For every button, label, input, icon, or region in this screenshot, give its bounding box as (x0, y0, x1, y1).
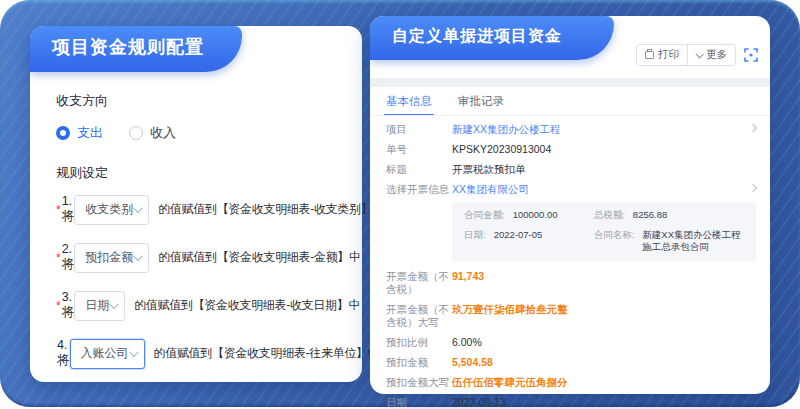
rule-select-3[interactable]: 日期 (74, 291, 125, 321)
print-button[interactable]: 打印 (637, 45, 687, 65)
radio-unselected-icon[interactable] (129, 126, 143, 140)
contract-box-label: 合同金额: (464, 209, 505, 221)
tab-divider (370, 115, 770, 116)
tab-bar: 基本信息 审批记录 (386, 94, 504, 116)
rule-number: 4. 将 (57, 338, 70, 369)
field-value: KPSKY20230913004 (452, 142, 756, 156)
toolbar-button-group: 打印 更多 (636, 44, 736, 66)
invoice-amount-caps-value: 玖万壹仟柒佰肆拾叁元整 (452, 302, 756, 316)
field-row-invoice-info: 选择开票信息 XX集团有限公司 (386, 182, 756, 196)
document-toolbar: 打印 更多 (636, 44, 758, 66)
radio-income[interactable]: 收入 (129, 124, 176, 142)
contract-box-value: 2022-07-05 (494, 229, 543, 253)
contract-name: 合同名称: 新建XX集团办公楼工程施工总承包合同 (594, 229, 746, 253)
date-value: 2023-09-13 (452, 395, 756, 409)
rule-suffix: 的值赋值到【资金收支明细表-往来单位】中 (154, 345, 380, 362)
header-divider-strip (370, 78, 770, 87)
more-button-label: 更多 (706, 48, 727, 62)
rule-row-1: * 1. 将 收支类别 的值赋值到【资金收支明细表-收支类别】中 (56, 194, 348, 225)
rule-number: 3. 将 (62, 290, 75, 321)
field-row-invoice-amount: 开票金额（不含税） 91,743 (386, 269, 756, 296)
chevron-down-icon (133, 203, 143, 213)
project-link[interactable]: 新建XX集团办公楼工程 (452, 122, 756, 136)
print-button-label: 打印 (658, 48, 679, 62)
field-label: 选择开票信息 (386, 182, 452, 196)
rule-number: 2. 将 (62, 242, 75, 273)
radio-expense[interactable]: 支出 (56, 124, 103, 142)
field-label: 预扣金额大写 (386, 375, 452, 389)
contract-box-label: 日期: (464, 229, 486, 253)
invoice-amount-value: 91,743 (452, 269, 756, 283)
direction-label: 收支方向 (56, 92, 348, 110)
chevron-down-icon (695, 50, 703, 58)
contract-box-value: 8256.88 (633, 209, 667, 221)
contract-box-label: 总税额: (594, 209, 625, 221)
contract-box-value: 新建XX集团办公楼工程施工总承包合同 (642, 229, 746, 253)
document-detail-panel: 自定义单据进项目资金 打印 更多 基本信息 审批记录 项目 新建XX集 (370, 16, 770, 394)
rule-select-1[interactable]: 收支类别 (74, 195, 149, 225)
rule-config-panel: 项目资金规则配置 收支方向 支出 收入 规则设定 * 1. 将 收支类别 的值赋… (30, 26, 362, 382)
field-row-withhold-ratio: 预扣比例 6.00% (386, 335, 756, 349)
field-label: 预扣比例 (386, 335, 452, 349)
rule-config-title: 项目资金规则配置 (30, 26, 242, 72)
radio-selected-icon[interactable] (56, 126, 70, 140)
field-label: 单号 (386, 142, 452, 156)
tab-approval-record[interactable]: 审批记录 (458, 94, 504, 116)
field-row-project: 项目 新建XX集团办公楼工程 (386, 122, 756, 136)
field-row-invoice-amount-caps: 开票金额（不含税）大写 玖万壹仟柒佰肆拾叁元整 (386, 302, 756, 329)
rule-select-4[interactable]: 入账公司 (70, 339, 145, 369)
field-row-doc-number: 单号 KPSKY20230913004 (386, 142, 756, 156)
field-label: 标题 (386, 162, 452, 176)
print-icon (645, 51, 654, 59)
chevron-down-icon (128, 347, 138, 357)
rules-label: 规则设定 (56, 164, 348, 182)
document-title: 自定义单据进项目资金 (370, 16, 614, 60)
tab-basic-info[interactable]: 基本信息 (386, 94, 432, 116)
rule-suffix: 的值赋值到【资金收支明细表-金额】中 (158, 249, 361, 266)
field-row-date: 日期 2023-09-13 (386, 395, 756, 409)
direction-radio-group: 支出 收入 (56, 124, 348, 142)
required-marker: * (56, 251, 61, 265)
field-label: 日期 (386, 395, 452, 409)
contract-box-label: 合同名称: (594, 229, 635, 253)
rule-select-value: 日期 (85, 297, 109, 314)
withhold-amount-caps-value: 伍仟伍佰零肆元伍角捌分 (452, 375, 756, 389)
chevron-down-icon (133, 251, 143, 261)
rule-suffix: 的值赋值到【资金收支明细表-收支类别】中 (158, 201, 384, 218)
field-row-title: 标题 开票税款预扣单 (386, 162, 756, 176)
field-label: 预扣金额 (386, 355, 452, 369)
withhold-amount-value: 5,504.58 (452, 355, 756, 369)
field-row-withhold-amount-caps: 预扣金额大写 伍仟伍佰零肆元伍角捌分 (386, 375, 756, 389)
radio-income-label: 收入 (150, 124, 176, 142)
rule-number: 1. 将 (62, 194, 75, 225)
field-value: 开票税款预扣单 (452, 162, 756, 176)
contract-date: 日期: 2022-07-05 (464, 229, 594, 253)
total-tax: 总税额: 8256.88 (594, 209, 746, 221)
rule-row-2: * 2. 将 预扣金额 的值赋值到【资金收支明细表-金额】中 (56, 242, 348, 273)
rule-select-value: 入账公司 (81, 345, 129, 362)
radio-expense-label: 支出 (77, 124, 103, 142)
rule-row-4: 4. 将 入账公司 的值赋值到【资金收支明细表-往来单位】中 (56, 338, 348, 369)
more-button[interactable]: 更多 (687, 45, 735, 65)
chevron-down-icon (109, 299, 119, 309)
invoice-company-link[interactable]: XX集团有限公司 (452, 182, 756, 196)
required-marker: * (56, 203, 61, 217)
rule-select-2[interactable]: 预扣金额 (74, 243, 149, 273)
required-marker: * (56, 299, 61, 313)
rule-row-3: * 3. 将 日期 的值赋值到【资金收支明细表-收支日期】中 (56, 290, 348, 321)
field-label: 项目 (386, 122, 452, 136)
field-row-withhold-amount: 预扣金额 5,504.58 (386, 355, 756, 369)
withhold-ratio-value: 6.00% (452, 335, 756, 349)
rule-select-value: 预扣金额 (85, 249, 133, 266)
fullscreen-expand-icon[interactable] (744, 48, 758, 62)
rule-select-value: 收支类别 (85, 201, 133, 218)
field-label: 开票金额（不含税） (386, 269, 452, 296)
field-label: 开票金额（不含税）大写 (386, 302, 452, 329)
rule-suffix: 的值赋值到【资金收支明细表-收支日期】中 (134, 297, 360, 314)
rule-config-body: 收支方向 支出 收入 规则设定 * 1. 将 收支类别 的值赋值到【资金收支明细… (56, 92, 348, 386)
contract-info-box: 合同金额: 100000.00 总税额: 8256.88 日期: 2022-07… (452, 202, 756, 261)
document-fields: 项目 新建XX集团办公楼工程 单号 KPSKY20230913004 标题 开票… (386, 122, 756, 409)
contract-amount: 合同金额: 100000.00 (464, 209, 594, 221)
contract-box-value: 100000.00 (513, 209, 558, 221)
